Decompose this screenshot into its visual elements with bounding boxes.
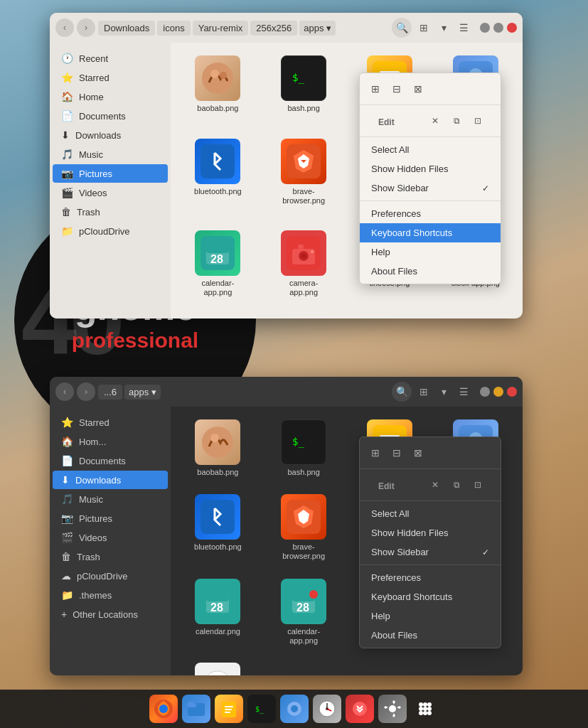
file-grid-area-top: baobab.png $_ bash.png <box>171 43 523 318</box>
file-item-camera[interactable]: camera-app.png <box>264 225 344 311</box>
view-sort-btn-bottom[interactable]: ▾ <box>434 382 453 401</box>
back-button[interactable]: ‹ <box>55 18 74 37</box>
sidebar-item-trash-bottom[interactable]: 🗑 Trash <box>53 547 168 566</box>
file-item-clock-b[interactable]: clock-app.png <box>178 657 258 675</box>
taskbar-grid[interactable] <box>411 695 439 723</box>
sidebar-item-music[interactable]: 🎵 Music <box>53 145 168 164</box>
pcloud-icon: 📁 <box>61 225 73 237</box>
sidebar-item-themes-bottom[interactable]: 📁 .themes <box>53 586 168 604</box>
menu-show-sidebar[interactable]: Show Sidebar ✓ <box>360 178 501 198</box>
home-icon: 🏠 <box>61 91 73 102</box>
sidebar-item-music-bottom[interactable]: 🎵 Music <box>53 490 168 508</box>
menu-show-hidden-b[interactable]: Show Hidden Files <box>360 523 501 542</box>
menu-icon-list-b[interactable]: ⊟ <box>387 443 407 463</box>
sidebar-item-documents[interactable]: 📄 Documents <box>53 107 168 125</box>
taskbar-nautilus[interactable] <box>280 695 309 723</box>
taskbar-terminal[interactable]: $_ <box>247 695 276 723</box>
menu-about[interactable]: About Files <box>360 262 501 281</box>
sidebar-item-videos[interactable]: 🎬 Videos <box>53 183 168 202</box>
wc-inactive-b1[interactable] <box>480 387 490 397</box>
menu-help-b[interactable]: Help <box>360 606 501 626</box>
sidebar-item-videos-bottom[interactable]: 🎬 Videos <box>53 528 168 547</box>
view-grid-btn-bottom[interactable]: ⊞ <box>415 382 433 401</box>
breadcrumb-size[interactable]: 256x256 <box>250 21 297 36</box>
back-button-bottom[interactable]: ‹ <box>55 382 74 401</box>
file-item-brave-b[interactable]: brave-browser.png <box>264 488 344 567</box>
menu-show-sidebar-b[interactable]: Show Sidebar ✓ <box>360 542 501 562</box>
search-button-bottom[interactable]: 🔍 <box>392 382 412 402</box>
menu-select-all-b[interactable]: Select All <box>360 504 501 523</box>
menu-paste-btn-b[interactable]: ⊡ <box>468 475 488 495</box>
menu-copy-btn-b[interactable]: ⧉ <box>447 475 466 495</box>
menu-keyboard-shortcuts-b[interactable]: Keyboard Shortcuts <box>360 587 501 606</box>
sidebar-item-home-bottom[interactable]: 🏠 Hom... <box>53 432 168 451</box>
menu-cut-btn[interactable]: ✕ <box>425 111 445 131</box>
menu-icon-grid[interactable]: ⊞ <box>365 79 385 99</box>
file-item-bluetooth-b[interactable]: bluetooth.png <box>178 488 258 567</box>
sidebar-item-starred[interactable]: ⭐ Starred <box>53 68 168 87</box>
wc-close-bottom[interactable] <box>507 387 517 397</box>
menu-paste-btn[interactable]: ⊡ <box>468 111 488 131</box>
sidebar-item-pictures-bottom[interactable]: 📷 Pictures <box>53 509 168 528</box>
menu-copy-btn[interactable]: ⧉ <box>447 111 466 131</box>
file-item-baobab-b[interactable]: baobab.png <box>178 414 258 483</box>
file-item-calendar-app-b[interactable]: 28 calendar-app.png <box>264 573 344 651</box>
menu-cut-btn-b[interactable]: ✕ <box>425 475 445 495</box>
file-item-calendar[interactable]: 28 calendar-app.png <box>178 225 258 311</box>
menu-icon-compact-b[interactable]: ⊠ <box>408 443 428 463</box>
menu-icon-compact[interactable]: ⊠ <box>408 79 428 99</box>
menu-preferences-b[interactable]: Preferences <box>360 568 501 587</box>
sidebar-item-pcloud[interactable]: 📁 pCloudDrive <box>53 222 168 240</box>
file-item-baobab[interactable]: baobab.png <box>178 50 258 127</box>
view-list-btn[interactable]: ☰ <box>454 18 473 37</box>
wc-inactive-2[interactable] <box>493 23 503 33</box>
search-button-top[interactable]: 🔍 <box>392 18 412 38</box>
breadcrumb-yaru[interactable]: Yaru-remix <box>193 21 249 36</box>
file-icon-bluetooth <box>195 139 240 184</box>
sidebar-item-pcloud-bottom[interactable]: ☁ pCloudDrive <box>53 567 168 585</box>
menu-icon-list[interactable]: ⊟ <box>387 79 407 99</box>
forward-button-bottom[interactable]: › <box>77 382 95 401</box>
menu-preferences[interactable]: Preferences <box>360 204 501 223</box>
sidebar-item-downloads-bottom[interactable]: ⬇ Downloads <box>53 471 168 489</box>
breadcrumb-apps[interactable]: apps ▾ <box>299 21 336 36</box>
sidebar-item-trash[interactable]: 🗑 Trash <box>53 203 168 221</box>
menu-keyboard-shortcuts[interactable]: Keyboard Shortcuts <box>360 223 501 242</box>
file-item-brave[interactable]: brave-browser.png <box>264 133 344 220</box>
wc-inactive-1[interactable] <box>480 23 490 33</box>
wc-close-top[interactable] <box>507 23 517 33</box>
menu-select-all[interactable]: Select All <box>360 140 501 159</box>
view-grid-btn[interactable]: ⊞ <box>415 18 433 37</box>
sidebar-item-documents-bottom[interactable]: 📄 Documents <box>53 451 168 470</box>
taskbar-timeshift[interactable] <box>346 695 374 723</box>
file-item-calendar-b[interactable]: 28 calendar.png <box>178 573 258 651</box>
taskbar-clocks[interactable] <box>313 695 341 723</box>
breadcrumb-downloads[interactable]: Downloads <box>98 21 155 36</box>
view-sort-btn[interactable]: ▾ <box>434 18 453 37</box>
file-item-bash[interactable]: $_ bash.png <box>264 50 344 127</box>
sidebar-item-pictures[interactable]: 📷 Pictures <box>53 164 168 183</box>
breadcrumb-icons[interactable]: icons <box>157 21 190 36</box>
taskbar-firefox[interactable] <box>149 695 178 723</box>
breadcrumb-apps-bottom[interactable]: apps ▾ <box>124 385 161 400</box>
taskbar-settings[interactable] <box>378 695 407 723</box>
menu-icon-grid-b[interactable]: ⊞ <box>365 443 385 463</box>
file-item-bluetooth[interactable]: bluetooth.png <box>178 133 258 220</box>
breadcrumb-6[interactable]: ...6 <box>98 385 122 400</box>
sidebar-item-home[interactable]: 🏠 Home <box>53 87 168 106</box>
menu-show-hidden[interactable]: Show Hidden Files <box>360 159 501 178</box>
sidebar-item-other-bottom[interactable]: + Other Locations <box>53 605 168 623</box>
taskbar-files[interactable] <box>182 695 210 723</box>
taskbar-notes[interactable] <box>215 695 243 723</box>
sidebar-item-downloads[interactable]: ⬇ Downloads <box>53 126 168 144</box>
menu-help[interactable]: Help <box>360 242 501 262</box>
view-list-btn-bottom[interactable]: ☰ <box>454 382 473 401</box>
file-item-bash-b[interactable]: $_ bash.png <box>264 414 344 483</box>
wc-min-bottom[interactable] <box>493 387 503 397</box>
view-buttons-top: ⊞ ▾ ☰ <box>415 18 473 37</box>
svg-point-104 <box>423 711 427 715</box>
sidebar-item-starred-bottom[interactable]: ⭐ Starred <box>53 413 168 432</box>
forward-button[interactable]: › <box>77 18 95 37</box>
menu-about-b[interactable]: About Files <box>360 626 501 645</box>
sidebar-item-recent[interactable]: 🕐 Recent <box>53 49 168 68</box>
